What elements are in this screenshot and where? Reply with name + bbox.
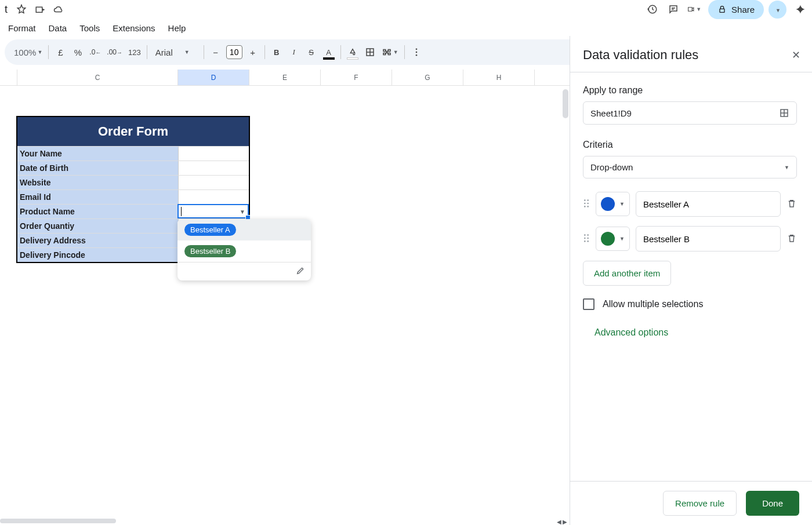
dropdown-caret-icon[interactable]: ▼ [240,208,245,214]
separator [48,45,49,59]
font-size-group: − + [208,44,261,60]
delete-option-a[interactable] [786,198,797,210]
increase-decimal-button[interactable]: .00→ [104,44,125,60]
color-chip-a[interactable]: ▼ [596,192,630,216]
percent-button[interactable]: % [70,44,86,60]
col-d[interactable]: D [178,70,249,85]
scroll-right-icon[interactable]: ▶ [563,519,567,525]
input-email[interactable] [178,190,249,204]
col-f[interactable]: F [321,70,392,85]
share-button[interactable]: Share [708,0,764,19]
spreadsheet-grid[interactable]: C D E F G H Order Form Your Name Date of… [0,70,570,525]
allow-multiple-label: Allow multiple selections [603,299,703,309]
font-size-increase[interactable]: + [245,44,261,60]
input-website[interactable] [178,176,249,189]
star-icon[interactable] [14,2,28,16]
col-e[interactable]: E [249,70,321,85]
merge-button[interactable]: ▼ [379,44,401,60]
dropdown-edit[interactable] [177,262,311,280]
move-icon[interactable] [33,2,47,16]
add-item-button[interactable]: Add another item [583,261,671,286]
comment-icon[interactable] [666,2,680,16]
option-input-a[interactable] [636,191,781,217]
zoom-select[interactable]: 100%▼ [12,44,45,60]
label-dob: Date of Birth [17,161,178,175]
svg-point-11 [587,206,589,207]
remove-rule-button[interactable]: Remove rule [663,491,737,516]
text-color-button[interactable]: A [321,44,337,60]
titlebar: t ▼ Share ▼ [0,0,812,19]
svg-point-7 [587,199,589,201]
svg-point-13 [587,234,589,236]
form-title: Order Form [17,117,249,146]
delete-option-b[interactable] [786,233,797,245]
lock-icon [717,5,727,14]
label-name: Your Name [17,147,178,161]
horizontal-scrollbar-area: ◀ ▶ [0,518,570,525]
menubar: Format Data Tools Extensions Help [0,19,812,37]
active-cell[interactable]: ▼ [177,204,249,218]
format-123-button[interactable]: 123 [126,44,143,60]
close-icon[interactable]: ✕ [792,49,800,61]
svg-point-9 [587,202,589,204]
strikethrough-button[interactable]: S [303,44,320,60]
dropdown-option-a[interactable]: Bestseller A [177,219,311,240]
font-size-input[interactable] [226,45,242,59]
fill-color-button[interactable] [345,44,361,60]
input-dob[interactable] [178,161,249,175]
more-button[interactable] [408,44,425,60]
svg-point-15 [587,237,589,239]
menu-data[interactable]: Data [43,20,73,37]
color-dot-blue [601,197,615,211]
label-product: Product Name [17,205,178,218]
svg-point-2 [415,48,417,50]
done-button[interactable]: Done [746,491,799,516]
horizontal-scrollbar[interactable] [0,519,116,523]
share-dropdown[interactable]: ▼ [768,1,786,19]
drag-handle-icon[interactable] [583,233,590,245]
label-qty: Order Quantiy [17,219,178,233]
criteria-select[interactable]: Drop-down ▼ [583,156,797,178]
svg-point-4 [415,54,417,56]
history-icon[interactable] [646,2,659,16]
currency-button[interactable]: £ [52,44,68,60]
allow-multiple-checkbox[interactable] [583,298,594,310]
vertical-scrollbar[interactable] [563,89,568,118]
menu-tools[interactable]: Tools [74,20,106,37]
separator [204,45,204,59]
drag-handle-icon[interactable] [583,198,590,210]
range-input[interactable]: Sheet1!D9 [583,101,797,125]
menu-extensions[interactable]: Extensions [107,20,161,37]
borders-button[interactable] [362,44,378,60]
gemini-icon[interactable] [793,2,807,16]
scroll-left-icon[interactable]: ◀ [557,519,561,525]
dropdown-option-b[interactable]: Bestseller B [177,240,311,262]
decrease-decimal-button[interactable]: .0← [87,44,103,60]
separator [147,45,147,59]
svg-point-8 [584,202,586,204]
svg-point-10 [584,206,586,207]
cloud-icon[interactable] [52,2,66,16]
bold-button[interactable]: B [269,44,285,60]
menu-help[interactable]: Help [162,20,192,37]
chevron-down-icon: ▼ [784,165,789,170]
input-name[interactable] [178,147,249,161]
col-g[interactable]: G [392,70,463,85]
font-size-decrease[interactable]: − [208,44,224,60]
menu-format[interactable]: Format [2,20,42,37]
italic-button[interactable]: I [286,44,302,60]
meet-icon[interactable]: ▼ [687,2,701,16]
doc-title-fragment[interactable]: t [5,3,8,16]
svg-point-17 [587,240,589,242]
color-chip-b[interactable]: ▼ [596,227,630,251]
option-input-b[interactable] [636,226,781,251]
font-select[interactable]: Arial▼ [151,44,200,60]
col-c[interactable]: C [17,70,178,85]
col-h[interactable]: H [463,70,535,85]
separator [404,45,405,59]
advanced-options-link[interactable]: Advanced options [594,327,797,338]
sidebar-title: Data validation rules [583,48,698,63]
criteria-label: Criteria [583,140,797,150]
svg-rect-0 [720,9,724,12]
svg-point-6 [584,199,586,201]
